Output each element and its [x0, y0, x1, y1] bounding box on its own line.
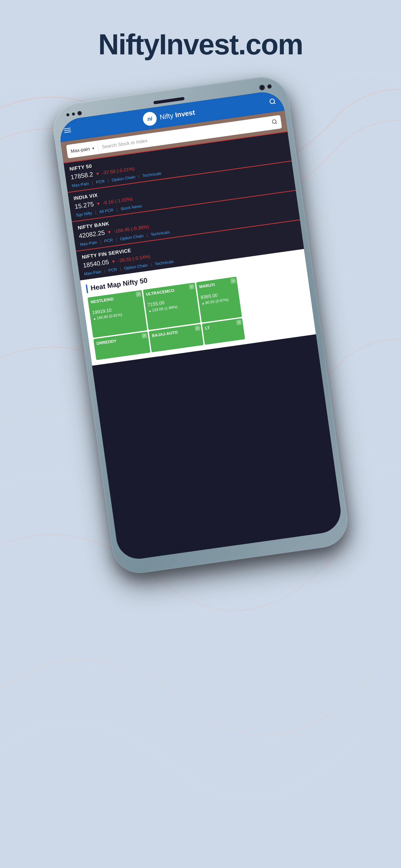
price-change-niftybank: -150.45 (-0.36%)	[114, 224, 149, 234]
cell-up-arrow-3: ▲	[201, 301, 205, 305]
link-pcr-niftybank[interactable]: PCR	[104, 238, 113, 244]
search-magnifier-icon	[271, 119, 278, 127]
price-change-niftyfin: -26.55 (-0.14%)	[118, 253, 151, 263]
cell-name-nestleind: NESTLEIND	[90, 293, 140, 304]
link-optionchain-nifty50[interactable]: Option Chain	[111, 175, 136, 183]
stock-price-indiavix: 15.275	[74, 200, 94, 210]
cell-up-arrow-2: ▲	[148, 309, 152, 312]
camera-dot-1	[66, 113, 70, 117]
header-search-icon[interactable]	[266, 95, 279, 108]
link-optionchain-niftyfin[interactable]: Option Chain	[124, 263, 148, 271]
cell-name-ultracemco: ULTRACEMCO	[146, 285, 194, 297]
cell-link-icon-2: ↗	[141, 333, 147, 338]
dropdown-label: Max-pain	[70, 146, 90, 154]
heatmap-cell-nestleind[interactable]: ↗ NESTLEIND 19919.10 ▲ 160.80 (0.81%)	[88, 290, 147, 338]
link-pcr-niftyfin[interactable]: PCR	[108, 267, 117, 273]
price-change-indiavix: -0.16 (-1.03%)	[102, 196, 133, 205]
heatmap-cell-lt[interactable]: ↗ LT	[202, 318, 245, 345]
link-maxpain-nifty50[interactable]: Max-Pain	[71, 181, 89, 188]
link-maxpain-niftybank[interactable]: Max-Pain	[80, 240, 97, 247]
link-pcr-nifty50[interactable]: PCR	[96, 179, 105, 185]
cell-name-maruti: MARUTI	[199, 280, 235, 289]
stock-price-nifty50: 17858.2	[70, 170, 94, 181]
app-name: Nifty Invest	[159, 108, 196, 122]
cell-link-icon-5: ↗	[230, 278, 236, 284]
link-technicals-nifty50[interactable]: Technicals	[142, 171, 162, 178]
camera-dot-2	[71, 112, 75, 116]
cell-up-arrow: ▲	[93, 316, 96, 320]
link-sgxnifty[interactable]: Sgx Nifty	[75, 211, 93, 217]
link-technicals-niftybank[interactable]: Technicals	[151, 230, 170, 237]
link-maxpain-niftyfin[interactable]: Max-Pain	[84, 269, 101, 276]
heatmap-cell-maruti[interactable]: ↗ MARUTI 8365.00 ▲ 80.55 (0.97%)	[196, 277, 242, 323]
link-optionchain-niftybank[interactable]: Option Chain	[120, 234, 144, 241]
price-change-nifty50: -37.50 (-0.21%)	[102, 166, 135, 176]
heatmap-cell-ultracemco[interactable]: ↗ ULTRACEMCO 7155.00 ▲ 133.05 (1.89%)	[143, 282, 201, 330]
stock-price-niftyfin: 18540.05	[82, 258, 109, 269]
camera-dot-3	[77, 111, 82, 116]
site-title: NiftyInvest.com	[0, 28, 401, 61]
heatmap-accent-bar	[86, 284, 88, 293]
heatmap-title: Heat Map Nifty 50	[90, 276, 148, 292]
camera-front-1	[259, 84, 265, 91]
app-logo-area: ni Nifty Invest	[142, 105, 196, 127]
speaker-grille	[153, 97, 185, 104]
price-down-arrow-indiavix: ▼	[96, 200, 101, 206]
svg-line-4	[276, 122, 277, 124]
svg-line-2	[274, 102, 276, 104]
cameras-left	[66, 111, 82, 117]
cell-name-lt: LT	[205, 321, 241, 331]
cell-link-icon-6: ↗	[236, 320, 242, 325]
link-technicals-niftyfin[interactable]: Technicals	[155, 259, 174, 266]
cell-link-icon-4: ↗	[195, 325, 200, 331]
link-allpcr[interactable]: All PCR	[99, 208, 114, 214]
dropdown-arrow-icon: ▾	[92, 146, 95, 150]
link-stocknews[interactable]: Stock News	[120, 204, 142, 211]
price-down-arrow-niftyfin: ▼	[111, 258, 116, 264]
stock-price-niftybank: 42082.25	[78, 229, 105, 240]
price-down-arrow-niftybank: ▼	[107, 229, 112, 235]
price-down-arrow-nifty50: ▼	[95, 171, 100, 177]
camera-front-2	[267, 84, 272, 89]
cell-link-icon-3: ↗	[189, 284, 195, 290]
heatmap-col-right: ↗ MARUTI 8365.00 ▲ 80.55 (0.97%) ↗ LT	[196, 277, 245, 345]
filter-dropdown[interactable]: Max-pain ▾	[66, 141, 99, 158]
hamburger-menu-icon[interactable]	[64, 128, 71, 133]
heatmap-col-left: ↗ NESTLEIND 19919.10 ▲ 160.80 (0.81%) ↗ …	[88, 290, 150, 360]
heatmap-col-middle: ↗ ULTRACEMCO 7155.00 ▲ 133.05 (1.89%) ↗ …	[143, 282, 204, 352]
cell-link-icon: ↗	[136, 291, 141, 297]
app-logo-icon: ni	[142, 111, 158, 127]
